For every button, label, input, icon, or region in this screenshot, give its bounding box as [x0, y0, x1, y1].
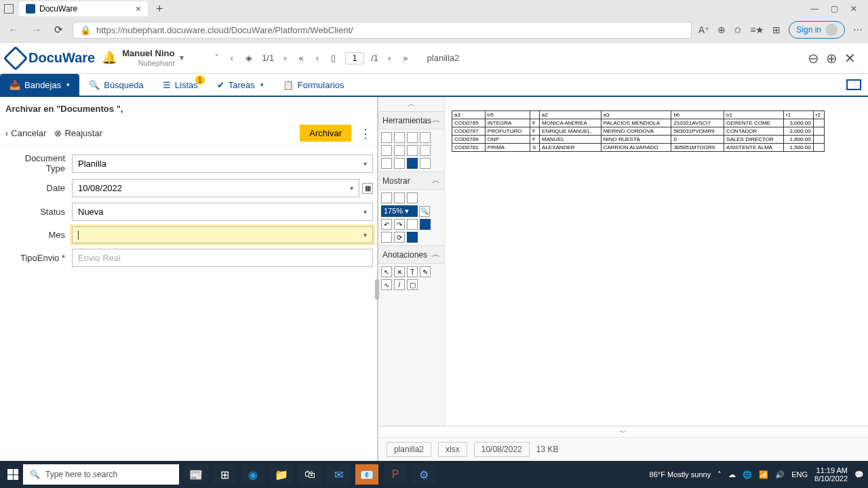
next-doc-icon[interactable]: › — [281, 52, 289, 64]
zoom-out-icon[interactable]: ⊖ — [808, 50, 819, 66]
collapse-panel-down-icon[interactable]: ﹀ — [378, 426, 868, 437]
ruler-icon[interactable] — [381, 232, 392, 243]
explorer-icon[interactable]: 📁 — [270, 464, 293, 485]
tab-busqueda[interactable]: 🔍 Búsqueda — [79, 74, 153, 96]
tab-bandejas[interactable]: 📥 Bandejas ▾ — [0, 74, 79, 96]
tool-edit-icon[interactable] — [394, 132, 405, 143]
outlook-icon[interactable]: 📧 — [355, 464, 378, 485]
page-input[interactable] — [345, 52, 364, 64]
zoom-select[interactable]: 175% ▾ — [381, 205, 418, 217]
signin-button[interactable]: Sign in — [789, 21, 845, 39]
close-window-icon[interactable]: ✕ — [850, 4, 857, 14]
freehand-icon[interactable]: ∿ — [381, 279, 392, 290]
prev-doc-icon[interactable]: ‹ — [228, 52, 236, 64]
view-mode-icon[interactable] — [420, 219, 431, 230]
network-icon[interactable]: 🌐 — [743, 470, 752, 479]
nav-back-icon[interactable]: ← — [5, 24, 22, 36]
task-view-icon[interactable]: ⊞ — [213, 464, 236, 485]
tool-export-icon[interactable] — [420, 132, 431, 143]
refresh-view-icon[interactable]: ⟳ — [394, 232, 405, 243]
tab-tareas[interactable]: ✔ Tareas ▾ — [208, 74, 273, 96]
layers-icon[interactable]: ◈ — [243, 52, 255, 64]
first-page-icon[interactable]: « — [296, 52, 307, 64]
tipoenvio-input[interactable]: Envio Real — [72, 249, 373, 267]
mail-icon[interactable]: ✉ — [327, 464, 350, 485]
tool-save-icon[interactable] — [381, 132, 392, 143]
app-logo[interactable]: DocuWare — [7, 49, 95, 67]
view-fit-icon[interactable] — [407, 192, 418, 203]
tool-zoom-icon[interactable] — [407, 145, 418, 156]
favorites-bar-icon[interactable]: ≡★ — [750, 24, 764, 35]
language-indicator[interactable]: ENG — [791, 470, 808, 479]
start-button[interactable] — [4, 466, 22, 483]
tool-selected-icon[interactable] — [407, 158, 418, 169]
status-select[interactable]: Nueva ▾ — [72, 203, 373, 221]
doctype-select[interactable]: Planilla ▾ — [72, 155, 373, 173]
layout-toggle-icon[interactable] — [846, 79, 861, 90]
rotate-left-icon[interactable]: ↶ — [381, 219, 392, 230]
tab-listas[interactable]: ☰ Listas 1 — [153, 74, 208, 96]
zoom-in-icon[interactable]: ⊕ — [826, 50, 837, 66]
taskbar-search[interactable]: 🔍 Type here to search — [23, 464, 179, 485]
cancel-button[interactable]: ‹ Cancelar — [5, 128, 46, 138]
browser-tab[interactable]: DocuWare × — [19, 1, 148, 16]
tool-print-icon[interactable] — [407, 132, 418, 143]
annotation-mode-icon[interactable] — [407, 232, 418, 243]
zoom-icon[interactable]: ⊕ — [717, 24, 726, 35]
zoom-to-icon[interactable]: 🔍 — [419, 206, 430, 217]
rect-icon[interactable]: ▢ — [407, 279, 418, 290]
wifi-icon[interactable]: 📶 — [759, 470, 768, 479]
volume-icon[interactable]: 🔊 — [775, 470, 785, 479]
tool-more-icon[interactable] — [394, 158, 405, 169]
read-aloud-icon[interactable]: A⁺ — [698, 24, 709, 35]
tool-grid-icon[interactable] — [394, 145, 405, 156]
document-preview[interactable]: a3b5a2a3b6b1r1r2 COD0785INTEGRAFMONICA A… — [445, 97, 868, 426]
section-anotaciones[interactable]: Anotaciones ︿ — [378, 245, 444, 264]
tool-download-icon[interactable] — [381, 145, 392, 156]
store-icon[interactable]: 🛍 — [298, 464, 321, 485]
maximize-window-icon[interactable]: ▢ — [831, 4, 838, 14]
collections-icon[interactable]: ⊞ — [772, 24, 781, 35]
section-mostrar[interactable]: Mostrar ︿ — [378, 171, 444, 190]
next-page-icon[interactable]: › — [385, 52, 393, 64]
close-tab-icon[interactable]: × — [136, 3, 141, 14]
delete-annot-icon[interactable]: ✕ — [394, 266, 405, 277]
menu-icon[interactable]: ⋯ — [853, 24, 863, 35]
text-annot-icon[interactable]: T — [407, 266, 418, 277]
user-menu[interactable]: Manuel Nino Nubephant — [122, 49, 174, 66]
section-herramientas[interactable]: Herramientas ︿ — [378, 111, 444, 129]
prev-page-icon[interactable]: ‹ — [313, 52, 321, 64]
new-tab-button[interactable]: + — [151, 2, 169, 16]
tool-share-icon[interactable] — [420, 145, 431, 156]
panel-splitter[interactable] — [375, 279, 379, 300]
line-icon[interactable]: / — [394, 279, 405, 290]
view-single-icon[interactable] — [381, 192, 392, 203]
rotate-right-icon[interactable]: ↷ — [394, 219, 405, 230]
chevron-down-icon[interactable]: ▾ — [260, 81, 264, 88]
chevron-down-icon[interactable]: ▾ — [180, 53, 184, 62]
close-viewer-icon[interactable]: ✕ — [844, 50, 856, 66]
draw-annot-icon[interactable]: ✎ — [420, 266, 431, 277]
mes-select[interactable]: ▾ — [72, 226, 373, 243]
view-double-icon[interactable] — [394, 192, 405, 203]
chevron-down-icon[interactable]: ▾ — [66, 81, 70, 88]
settings-icon[interactable]: ⚙ — [412, 464, 435, 485]
news-icon[interactable]: 📰 — [184, 464, 208, 485]
notifications-icon[interactable]: 🔔 — [102, 50, 117, 65]
tray-chevron-icon[interactable]: ˄ — [717, 470, 722, 479]
powerpoint-icon[interactable]: P — [384, 464, 407, 485]
calendar-icon[interactable]: ▦ — [362, 183, 373, 194]
reset-button[interactable]: ⊗ Reajustar — [54, 128, 102, 138]
more-actions-icon[interactable]: ⋮ — [359, 126, 372, 141]
tab-overview-icon[interactable] — [4, 4, 14, 14]
collapse-viewer-icon[interactable]: ˇ — [212, 52, 220, 64]
archive-button[interactable]: Archivar — [300, 125, 351, 142]
pointer-icon[interactable]: ↖ — [381, 266, 392, 277]
collapse-panel-up-icon[interactable]: ︿ — [378, 97, 444, 111]
refresh-icon[interactable]: ⟳ — [52, 24, 66, 36]
notifications-tray-icon[interactable]: 💬 — [854, 470, 864, 479]
tool-misc-icon[interactable] — [420, 158, 431, 169]
date-input[interactable]: 10/08/2022 ▾ — [72, 179, 359, 197]
address-bar[interactable]: 🔒 https://nubephant.docuware.cloud/DocuW… — [73, 22, 692, 39]
tab-formularios[interactable]: 📋 Formularios — [273, 74, 354, 96]
